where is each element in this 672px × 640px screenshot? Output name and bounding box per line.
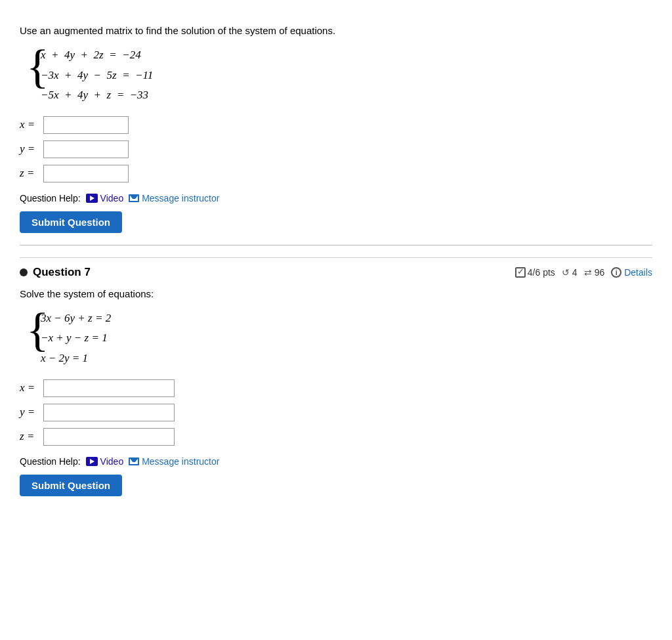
details-meta-7: i Details — [611, 267, 652, 278]
envelope-icon-7 — [129, 458, 139, 465]
question-6-instructions: Use an augmented matrix to find the solu… — [20, 25, 652, 36]
pts-value-7: 4/6 pts — [528, 267, 555, 278]
checkmark-icon-7 — [515, 267, 526, 278]
answer-row-x7: x = — [20, 379, 652, 397]
video-label-6: Video — [100, 193, 124, 203]
answer-row-y7: y = — [20, 404, 652, 421]
question-7-instructions: Solve the system of equations: — [20, 288, 652, 299]
input-y6[interactable] — [43, 140, 129, 158]
video-icon-7 — [86, 457, 98, 466]
eq-7-line3: x − 2y = 1 — [41, 349, 652, 369]
info-icon-7: i — [611, 267, 621, 278]
video-link-6[interactable]: Video — [86, 193, 124, 203]
message-label-6: Message instructor — [142, 193, 219, 203]
input-y7[interactable] — [43, 404, 175, 421]
question-6-help: Question Help: Video Message instructor — [20, 193, 652, 203]
history-value-7: 4 — [572, 267, 578, 278]
brace-icon-7: { — [26, 306, 49, 353]
question-dot-7 — [20, 268, 28, 276]
help-label-7: Question Help: — [20, 456, 81, 467]
pts-badge-7: 4/6 pts — [515, 267, 555, 278]
undo-icon-7: ↺ — [562, 267, 570, 278]
submit-button-7[interactable]: Submit Question — [20, 475, 122, 496]
history-meta-7: ↺ 4 — [562, 267, 578, 278]
input-x7[interactable] — [43, 379, 175, 397]
eq-6-line1: x + 4y + 2z = −24 — [41, 45, 652, 66]
label-x6: x = — [20, 118, 43, 131]
question-7-equations: { 3x − 6y + z = 2 −x + y − z = 1 x − 2y … — [26, 309, 652, 369]
brace-icon: { — [26, 43, 49, 90]
label-x7: x = — [20, 381, 43, 395]
attempts-value-7: 96 — [595, 267, 605, 278]
message-link-6[interactable]: Message instructor — [129, 193, 219, 203]
details-link-7[interactable]: Details — [624, 267, 652, 278]
eq-7-line1: 3x − 6y + z = 2 — [41, 309, 652, 329]
input-x6[interactable] — [43, 116, 129, 134]
message-link-7[interactable]: Message instructor — [129, 456, 219, 467]
question-6-answers: x = y = z = — [20, 116, 652, 182]
label-y7: y = — [20, 406, 43, 419]
refresh-icon-7: ⇄ — [584, 267, 592, 278]
video-icon-6 — [86, 194, 98, 203]
question-7-block: Question 7 4/6 pts ↺ 4 ⇄ 96 i Details So… — [20, 245, 652, 508]
video-label-7: Video — [100, 456, 124, 467]
eq-7-line2: −x + y − z = 1 — [41, 328, 652, 349]
answer-row-z6: z = — [20, 165, 652, 182]
answer-row-y6: y = — [20, 140, 652, 158]
question-7-label: Question 7 — [33, 266, 91, 279]
question-7-meta: 4/6 pts ↺ 4 ⇄ 96 i Details — [515, 267, 652, 278]
question-7-help: Question Help: Video Message instructor — [20, 456, 652, 467]
envelope-icon-6 — [129, 194, 139, 202]
help-label-6: Question Help: — [20, 193, 81, 203]
eq-6-line2: −3x + 4y − 5z = −11 — [41, 66, 652, 86]
label-y6: y = — [20, 142, 43, 156]
question-7-answers: x = y = z = — [20, 379, 652, 446]
submit-button-6[interactable]: Submit Question — [20, 211, 122, 233]
video-link-7[interactable]: Video — [86, 456, 124, 467]
question-7-title: Question 7 — [20, 266, 91, 279]
input-z6[interactable] — [43, 165, 129, 182]
input-z7[interactable] — [43, 428, 175, 446]
answer-row-x6: x = — [20, 116, 652, 134]
eq-6-line3: −5x + 4y + z = −33 — [41, 85, 652, 106]
question-6-equations: { x + 4y + 2z = −24 −3x + 4y − 5z = −11 … — [26, 45, 652, 106]
answer-row-z7: z = — [20, 428, 652, 446]
question-6-block: Use an augmented matrix to find the solu… — [20, 13, 652, 245]
attempts-meta-7: ⇄ 96 — [584, 267, 605, 278]
question-7-header: Question 7 4/6 pts ↺ 4 ⇄ 96 i Details — [20, 257, 652, 279]
message-label-7: Message instructor — [142, 456, 219, 467]
label-z6: z = — [20, 167, 43, 180]
label-z7: z = — [20, 430, 43, 443]
